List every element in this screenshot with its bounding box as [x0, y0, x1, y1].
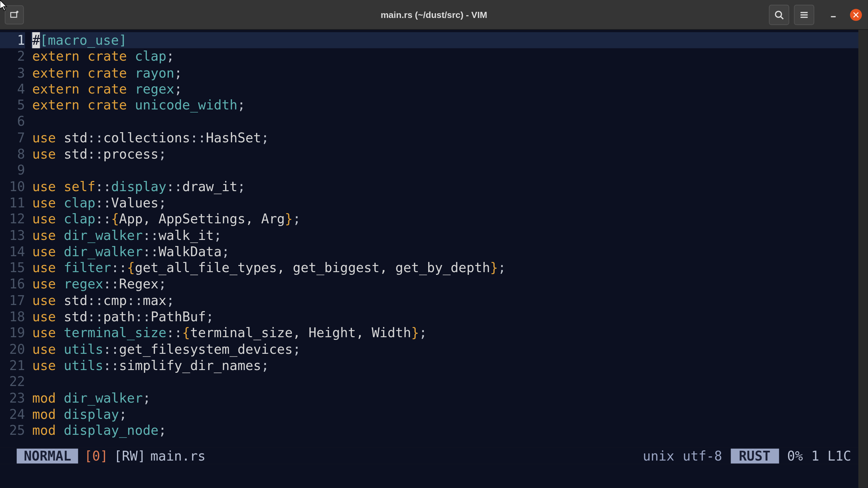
line-number: 14	[0, 244, 25, 260]
line-number: 20	[0, 341, 25, 358]
status-filename: main.rs	[150, 448, 205, 463]
code-line[interactable]: mod display_node;	[31, 423, 868, 439]
line-number: 24	[0, 406, 25, 423]
line-number: 15	[0, 260, 25, 276]
code-line[interactable]: mod display;	[31, 406, 868, 423]
code-line[interactable]: use dir_walker::walk_it;	[31, 227, 868, 244]
window-title: main.rs (~/dust/src) - VIM	[381, 9, 487, 20]
line-number: 5	[0, 97, 25, 114]
line-number: 6	[0, 114, 25, 130]
vim-statusbar: NORMAL [0] [RW] main.rs unix utf-8 RUST …	[0, 447, 868, 464]
code-line[interactable]: use regex::Regex;	[31, 276, 868, 292]
code-content[interactable]: #[macro_use]extern crate clap;extern cra…	[31, 30, 868, 447]
code-line[interactable]: use filter::{get_all_file_types, get_big…	[31, 260, 868, 276]
line-number: 11	[0, 195, 25, 211]
close-button[interactable]	[850, 8, 862, 20]
terminal-window: main.rs (~/dust/src) - VIM	[0, 0, 868, 488]
editor-area[interactable]: 1234567891011121314151617181920212223242…	[0, 30, 868, 447]
line-number: 12	[0, 211, 25, 227]
line-number: 23	[0, 390, 25, 406]
line-number: 2	[0, 48, 25, 65]
code-line[interactable]: extern crate rayon;	[31, 65, 868, 81]
code-line[interactable]: use std::collections::HashSet;	[31, 130, 868, 146]
minimize-button[interactable]	[827, 8, 839, 20]
line-number: 13	[0, 227, 25, 244]
status-percent: 0%	[787, 448, 803, 463]
mouse-cursor	[0, 0, 9, 12]
code-line[interactable]: use std::process;	[31, 146, 868, 162]
line-number: 8	[0, 146, 25, 162]
line-number: 21	[0, 358, 25, 374]
line-number: 17	[0, 292, 25, 309]
code-line[interactable]: use utils::get_filesystem_devices;	[31, 341, 868, 358]
svg-rect-0	[11, 12, 17, 17]
code-line[interactable]: use clap::{App, AppSettings, Arg};	[31, 211, 868, 227]
close-icon	[853, 12, 859, 18]
minimize-icon	[830, 11, 837, 18]
line-number: 1	[0, 32, 25, 48]
status-encoding: utf-8	[683, 448, 722, 463]
line-number: 22	[0, 374, 25, 390]
line-number: 19	[0, 325, 25, 341]
status-fileformat: unix	[643, 448, 674, 463]
svg-line-4	[781, 16, 783, 19]
code-line[interactable]	[31, 374, 868, 390]
status-line: 1	[811, 448, 819, 463]
svg-point-3	[775, 11, 782, 17]
cursor: #	[32, 32, 40, 48]
search-icon	[774, 10, 784, 19]
code-line[interactable]: mod dir_walker;	[31, 390, 868, 406]
code-line[interactable]: #[macro_use]	[31, 32, 868, 48]
line-number: 18	[0, 309, 25, 325]
code-line[interactable]: extern crate clap;	[31, 48, 868, 65]
menu-button[interactable]	[794, 4, 814, 25]
code-line[interactable]: extern crate unicode_width;	[31, 97, 868, 114]
code-line[interactable]: use dir_walker::WalkData;	[31, 244, 868, 260]
code-line[interactable]: use utils::simplify_dir_names;	[31, 358, 868, 374]
status-readwrite: [RW]	[114, 448, 150, 463]
code-line[interactable]: use std::path::PathBuf;	[31, 309, 868, 325]
search-button[interactable]	[769, 4, 789, 25]
line-number: 3	[0, 65, 25, 81]
status-modified-flag: [0]	[78, 448, 114, 463]
status-filetype: RUST	[730, 448, 778, 463]
command-area[interactable]	[0, 464, 868, 488]
new-tab-icon	[9, 10, 19, 19]
line-number: 9	[0, 162, 25, 179]
scrollbar[interactable]	[859, 30, 868, 488]
hamburger-icon	[799, 10, 809, 19]
code-line[interactable]: extern crate regex;	[31, 81, 868, 97]
line-number-gutter: 1234567891011121314151617181920212223242…	[0, 30, 31, 447]
line-number: 10	[0, 179, 25, 195]
titlebar: main.rs (~/dust/src) - VIM	[0, 0, 868, 30]
line-number: 4	[0, 81, 25, 97]
code-line[interactable]	[31, 114, 868, 130]
code-line[interactable]: use clap::Values;	[31, 195, 868, 211]
code-line[interactable]: use self::display::draw_it;	[31, 179, 868, 195]
status-column: L1C	[828, 448, 851, 463]
code-line[interactable]: use std::cmp::max;	[31, 292, 868, 309]
line-number: 16	[0, 276, 25, 292]
line-number: 25	[0, 423, 25, 439]
code-line[interactable]: use terminal_size::{terminal_size, Heigh…	[31, 325, 868, 341]
line-number: 7	[0, 130, 25, 146]
code-line[interactable]	[31, 162, 868, 179]
vim-mode: NORMAL	[17, 448, 78, 463]
